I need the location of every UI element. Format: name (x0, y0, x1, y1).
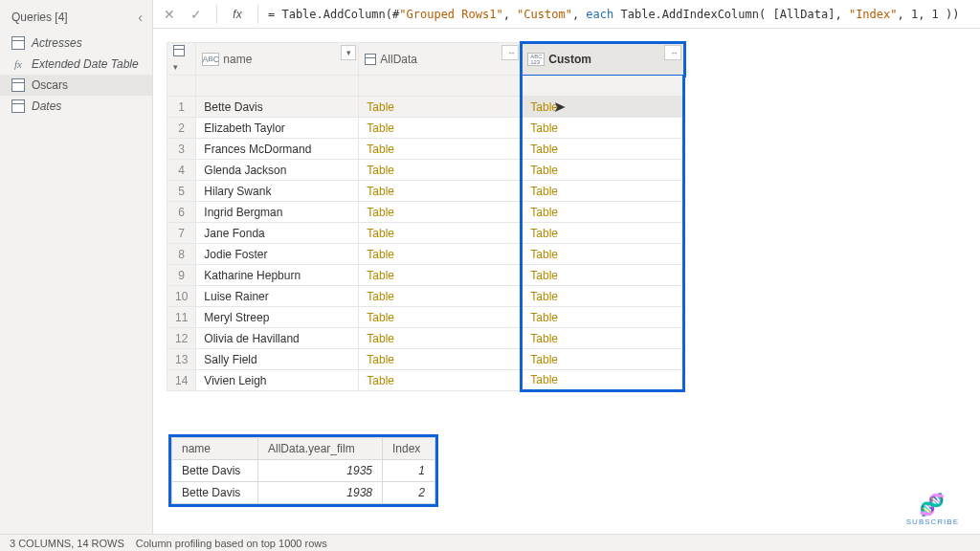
cell-name[interactable]: Luise Rainer (196, 286, 359, 307)
table-row[interactable]: 6Ingrid BergmanTableTable (167, 202, 684, 223)
row-number: 12 (167, 328, 196, 349)
column-label: Custom (548, 53, 591, 66)
cell-name[interactable]: Vivien Leigh (196, 370, 359, 391)
formula-text[interactable]: = Table.AddColumn(#"Grouped Rows1", "Cus… (268, 8, 960, 21)
cell-name[interactable]: Glenda Jackson (196, 160, 359, 181)
column-header-custom[interactable]: ABC123 Custom ↔ (522, 43, 684, 76)
cell-name[interactable]: Jane Fonda (196, 223, 359, 244)
table-row[interactable]: 2Elizabeth TaylorTableTable (167, 118, 684, 139)
type-text-icon: ABC (202, 53, 219, 66)
cell-custom[interactable]: Table (522, 202, 684, 223)
cell-alldata[interactable]: Table (359, 307, 522, 328)
table-row[interactable]: 10Luise RainerTableTable (167, 286, 684, 307)
cell-name[interactable]: Frances McDormand (196, 139, 359, 160)
cell-alldata[interactable]: Table (359, 118, 522, 139)
query-item-extended-date-table[interactable]: fx Extended Date Table (0, 54, 152, 75)
data-grid[interactable]: ▾ ABC name ▾ AllData (167, 42, 685, 392)
column-header-name[interactable]: ABC name ▾ (196, 43, 359, 76)
row-number-header[interactable]: ▾ (167, 43, 196, 76)
cell-alldata[interactable]: Table (359, 202, 522, 223)
table-row[interactable]: 13Sally FieldTableTable (167, 349, 684, 370)
record-preview-pane: name AllData.year_film Index Bette Davis… (168, 434, 438, 507)
cell-alldata[interactable]: Table (359, 139, 522, 160)
preview-header-index: Index (383, 438, 435, 460)
row-number: 7 (167, 223, 196, 244)
filter-dropdown-button[interactable]: ▾ (341, 45, 356, 60)
cell-alldata[interactable]: Table (359, 265, 522, 286)
column-label: name (223, 53, 252, 66)
cell-alldata[interactable]: Table (359, 328, 522, 349)
cell-custom[interactable]: Table (522, 307, 684, 328)
query-label: Dates (32, 99, 61, 113)
table-icon (11, 99, 25, 113)
cell-alldata[interactable]: Table (359, 181, 522, 202)
expand-column-button[interactable]: ↔ (664, 45, 681, 60)
table-row[interactable]: 7Jane FondaTableTable (167, 223, 684, 244)
cell-name[interactable]: Olivia de Havilland (196, 328, 359, 349)
cell-alldata[interactable]: Table (359, 223, 522, 244)
query-item-dates[interactable]: Dates (0, 96, 152, 117)
table-row[interactable]: 1Bette DavisTableTable (167, 97, 684, 118)
row-number: 8 (167, 244, 196, 265)
query-item-actresses[interactable]: Actresses (0, 33, 152, 54)
row-number: 14 (167, 370, 196, 391)
separator (257, 5, 258, 24)
commit-formula-button[interactable]: ✓ (186, 4, 207, 25)
preview-header-name: name (172, 438, 258, 460)
type-any-icon: ABC123 (527, 53, 545, 66)
cell-custom[interactable]: Table (522, 265, 684, 286)
preview-row: Bette Davis 1938 2 (172, 482, 435, 504)
table-row[interactable]: 5Hilary SwankTableTable (167, 181, 684, 202)
row-number: 2 (167, 118, 196, 139)
cell-alldata[interactable]: Table (359, 370, 522, 391)
cell-custom[interactable]: Table (522, 328, 684, 349)
cell-alldata[interactable]: Table (359, 160, 522, 181)
cell-alldata[interactable]: Table (359, 349, 522, 370)
cell-name[interactable]: Meryl Streep (196, 307, 359, 328)
row-number: 5 (167, 181, 196, 202)
expand-column-button[interactable]: ↔ (501, 45, 519, 60)
status-bar: 3 COLUMNS, 14 ROWS Column profiling base… (0, 534, 980, 551)
cell-custom[interactable]: Table (522, 160, 684, 181)
query-label: Actresses (32, 36, 82, 50)
cell-custom[interactable]: Table (522, 349, 684, 370)
table-icon (11, 78, 25, 92)
cell-alldata[interactable]: Table (359, 286, 522, 307)
cell-name[interactable]: Katharine Hepburn (196, 265, 359, 286)
cell-custom[interactable]: Table (522, 118, 684, 139)
queries-header-label: Queries [4] (11, 11, 68, 24)
table-row[interactable]: 12Olivia de HavillandTableTable (167, 328, 684, 349)
cell-name[interactable]: Elizabeth Taylor (196, 118, 359, 139)
cell-custom[interactable]: Table (522, 370, 684, 391)
cell-custom[interactable]: Table (522, 139, 684, 160)
cell-alldata[interactable]: Table (359, 97, 522, 118)
row-number: 9 (167, 265, 196, 286)
cell-name[interactable]: Sally Field (196, 349, 359, 370)
table-icon (365, 54, 376, 65)
table-row[interactable]: 9Katharine HepburnTableTable (167, 265, 684, 286)
row-number: 1 (167, 97, 196, 118)
collapse-sidebar-icon[interactable]: ‹ (138, 10, 143, 25)
column-header-alldata[interactable]: AllData ↔ (359, 43, 522, 76)
table-row[interactable]: 8Jodie FosterTableTable (167, 244, 684, 265)
cancel-formula-button[interactable]: ✕ (159, 4, 180, 25)
cell-custom[interactable]: Table (522, 244, 684, 265)
table-row[interactable]: 14Vivien LeighTableTable (167, 370, 684, 391)
cell-name[interactable]: Ingrid Bergman (196, 202, 359, 223)
row-number: 4 (167, 160, 196, 181)
cell-name[interactable]: Jodie Foster (196, 244, 359, 265)
query-item-oscars[interactable]: Oscars (0, 75, 152, 96)
cell-custom[interactable]: Table (522, 223, 684, 244)
cell-name[interactable]: Hilary Swank (196, 181, 359, 202)
dna-icon: 🧬 (906, 493, 959, 518)
cell-alldata[interactable]: Table (359, 244, 522, 265)
cell-custom[interactable]: Table (522, 97, 684, 118)
table-row[interactable]: 11Meryl StreepTableTable (167, 307, 684, 328)
table-row[interactable]: 4Glenda JacksonTableTable (167, 160, 684, 181)
cell-custom[interactable]: Table (522, 181, 684, 202)
cell-custom[interactable]: Table (522, 286, 684, 307)
query-label: Extended Date Table (32, 57, 139, 71)
row-number: 6 (167, 202, 196, 223)
cell-name[interactable]: Bette Davis (196, 97, 359, 118)
table-row[interactable]: 3Frances McDormandTableTable (167, 139, 684, 160)
